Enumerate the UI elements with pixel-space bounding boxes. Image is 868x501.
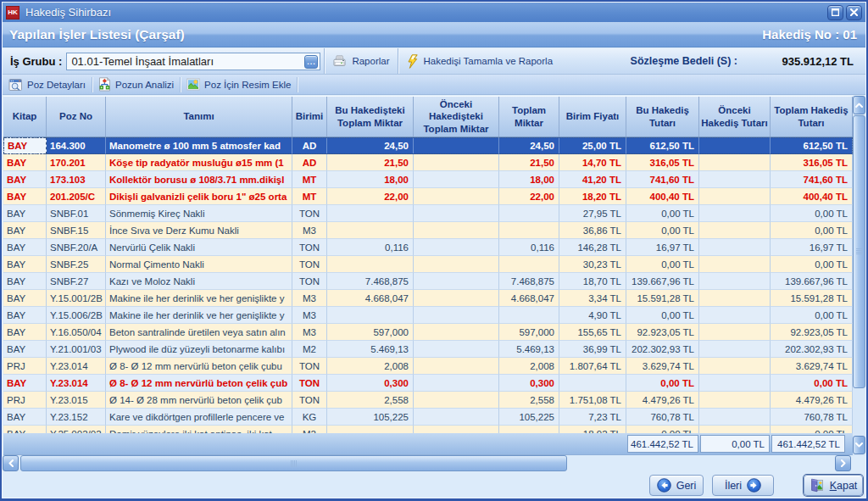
table-cell[interactable]: 18,00 xyxy=(499,171,559,188)
table-cell[interactable]: 2,008 xyxy=(327,358,414,375)
table-row[interactable]: BAYY.25.002/02Demir yüzeylere iki kat an… xyxy=(3,426,853,433)
table-cell[interactable]: 18,70 TL xyxy=(559,273,626,290)
table-cell[interactable] xyxy=(414,307,499,324)
table-cell[interactable]: 139.667,96 TL xyxy=(626,273,699,290)
table-cell[interactable]: Kazı ve Moloz Nakli xyxy=(106,273,292,290)
table-cell[interactable]: 16,97 TL xyxy=(626,239,699,256)
table-cell[interactable]: Makine ile her derinlik ve her genişlikt… xyxy=(106,290,292,307)
table-cell[interactable]: SNBF.27 xyxy=(47,273,106,290)
table-row[interactable]: BAYSNBF.15İnce Sıva ve Derz Kumu NakliM3… xyxy=(3,222,853,239)
table-cell[interactable]: 760,78 TL xyxy=(626,409,699,426)
geri-button[interactable]: Geri xyxy=(649,475,704,496)
maximize-button[interactable] xyxy=(827,5,843,20)
table-cell[interactable]: 3.629,74 TL xyxy=(626,358,699,375)
table-cell[interactable]: İnce Sıva ve Derz Kumu Nakli xyxy=(106,222,292,239)
table-row[interactable]: BAYSNBF.20/ANervürlü Çelik NakliTON0,116… xyxy=(3,239,853,256)
table-cell[interactable]: 760,78 TL xyxy=(771,409,853,426)
table-cell[interactable] xyxy=(414,273,499,290)
scroll-left-button[interactable] xyxy=(3,455,19,471)
table-cell[interactable]: Y.15.001/2B xyxy=(47,290,106,307)
table-cell[interactable]: 3.629,74 TL xyxy=(771,358,853,375)
table-cell[interactable]: BAY xyxy=(3,171,47,188)
table-cell[interactable]: 5.469,13 xyxy=(327,341,414,358)
table-cell[interactable]: BAY xyxy=(3,222,47,239)
kapat-button[interactable]: Kapat xyxy=(804,475,863,496)
table-cell[interactable]: 0,00 TL xyxy=(626,222,699,239)
table-cell[interactable]: 16,97 TL xyxy=(771,239,853,256)
table-cell[interactable]: 2,008 xyxy=(499,358,559,375)
table-cell[interactable]: 155,65 TL xyxy=(559,324,626,341)
table-cell[interactable]: Köşe tip radyatör musluğu ø15 mm (1 xyxy=(106,154,292,171)
table-row[interactable]: BAYY.15.006/2BMakine ile her derinlik ve… xyxy=(3,307,853,324)
table-cell[interactable]: SNBF.20/A xyxy=(47,239,106,256)
table-row[interactable]: PRJY.23.015Ø 14- Ø 28 mm nervürlü beton … xyxy=(3,392,853,409)
table-cell[interactable] xyxy=(699,341,771,358)
table-cell[interactable] xyxy=(699,375,771,392)
scroll-up-button[interactable] xyxy=(853,96,865,114)
table-cell[interactable] xyxy=(414,426,499,433)
raporlar-button[interactable]: Raporlar xyxy=(325,48,397,74)
table-row[interactable]: BAYY.21.001/03Plywood ile düz yüzeyli be… xyxy=(3,341,853,358)
table-cell[interactable] xyxy=(414,205,499,222)
table-cell[interactable] xyxy=(699,358,771,375)
pozun-analizi-button[interactable]: Pozun Analizi xyxy=(92,75,180,94)
table-cell[interactable]: 4.479,26 TL xyxy=(626,392,699,409)
table-cell[interactable]: 25,00 TL xyxy=(559,137,626,154)
table-cell[interactable] xyxy=(414,324,499,341)
table-cell[interactable]: 2,558 xyxy=(327,392,414,409)
table-cell[interactable]: 0,00 TL xyxy=(771,375,853,392)
table-row[interactable]: BAYY.23.014Ø 8- Ø 12 mm nervürlü beton ç… xyxy=(3,375,853,392)
table-cell[interactable] xyxy=(699,222,771,239)
table-cell[interactable]: 0,00 TL xyxy=(771,205,853,222)
table-cell[interactable]: 92.923,05 TL xyxy=(771,324,853,341)
table-cell[interactable]: BAY xyxy=(3,154,47,171)
table-cell[interactable]: 27,95 TL xyxy=(559,205,626,222)
table-cell[interactable]: 4,90 TL xyxy=(559,307,626,324)
column-header[interactable]: Önceki Hakedişteki Toplam Miktar xyxy=(414,97,499,136)
table-cell[interactable]: Y.16.050/04 xyxy=(47,324,106,341)
table-cell[interactable]: Y.25.002/02 xyxy=(47,426,106,433)
table-cell[interactable]: BAY xyxy=(3,239,47,256)
vertical-scrollbar[interactable] xyxy=(853,96,865,456)
table-cell[interactable]: Beton santralinde üretilen veya satın al… xyxy=(106,324,292,341)
table-cell[interactable]: 24,50 xyxy=(499,137,559,154)
table-cell[interactable]: 3,34 TL xyxy=(559,290,626,307)
table-cell[interactable] xyxy=(414,341,499,358)
column-header[interactable]: Poz No xyxy=(47,97,106,136)
table-cell[interactable]: Y.15.006/2B xyxy=(47,307,106,324)
table-cell[interactable]: 5.469,13 xyxy=(499,341,559,358)
table-cell[interactable]: Y.23.152 xyxy=(47,409,106,426)
table-cell[interactable]: Manometre ø 100 mm 5 atmosfer kad xyxy=(106,137,292,154)
table-cell[interactable]: BAY xyxy=(3,324,47,341)
table-cell[interactable]: 0,00 TL xyxy=(626,256,699,273)
table-cell[interactable]: 21,50 xyxy=(499,154,559,171)
table-cell[interactable]: 0,00 TL xyxy=(626,426,699,433)
table-row[interactable]: BAYY.23.152Kare ve dikdörtgen profillerl… xyxy=(3,409,853,426)
table-cell[interactable]: M3 xyxy=(292,290,327,307)
table-row[interactable]: BAYSNBF.27Kazı ve Moloz NakliTON7.468,87… xyxy=(3,273,853,290)
table-row[interactable]: PRJY.23.014Ø 8- Ø 12 mm nervürlü beton ç… xyxy=(3,358,853,375)
table-cell[interactable]: Makine ile her derinlik ve her genişlikt… xyxy=(106,307,292,324)
table-cell[interactable]: BAY xyxy=(3,273,47,290)
table-cell[interactable]: 36,99 TL xyxy=(559,341,626,358)
table-row[interactable]: BAYY.16.050/04Beton santralinde üretilen… xyxy=(3,324,853,341)
table-cell[interactable]: Y.23.014 xyxy=(47,358,106,375)
table-cell[interactable] xyxy=(414,409,499,426)
table-cell[interactable]: Y.23.015 xyxy=(47,392,106,409)
table-cell[interactable]: Y.23.014 xyxy=(47,375,106,392)
table-cell[interactable]: 612,50 TL xyxy=(626,137,699,154)
table-cell[interactable]: 1.751,08 TL xyxy=(559,392,626,409)
table-cell[interactable] xyxy=(499,222,559,239)
table-cell[interactable] xyxy=(414,290,499,307)
table-cell[interactable]: BAY xyxy=(3,409,47,426)
table-cell[interactable]: 18,20 TL xyxy=(559,188,626,205)
table-cell[interactable]: BAY xyxy=(3,341,47,358)
table-cell[interactable]: 24,50 xyxy=(327,137,414,154)
table-cell[interactable]: M2 xyxy=(292,341,327,358)
table-cell[interactable] xyxy=(327,205,414,222)
table-cell[interactable]: SNBF.01 xyxy=(47,205,106,222)
table-cell[interactable]: 18,00 xyxy=(327,171,414,188)
table-cell[interactable] xyxy=(414,188,499,205)
table-cell[interactable]: 400,40 TL xyxy=(771,188,853,205)
table-row[interactable]: BAY164.300Manometre ø 100 mm 5 atmosfer … xyxy=(3,137,853,154)
